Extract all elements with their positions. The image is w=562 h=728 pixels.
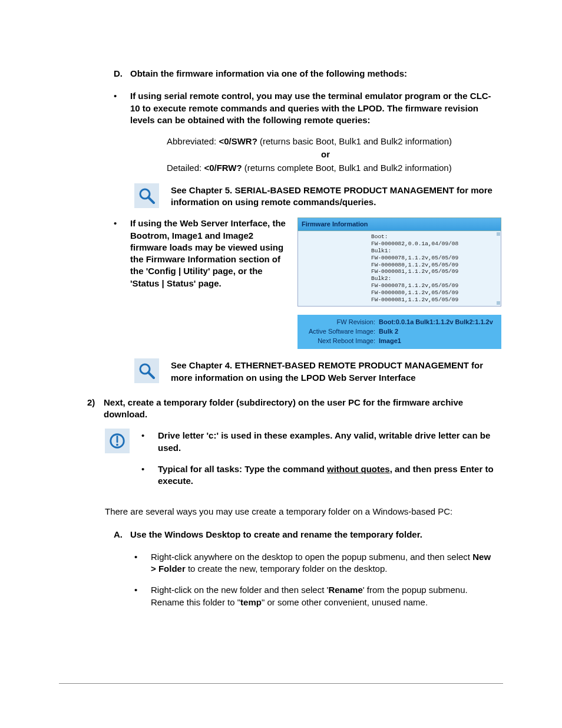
fw-line: FW-0000082,0.0.1a,04/09/08 [371, 241, 498, 248]
bullet-dot-icon [134, 551, 151, 575]
rightclick-rename: Right-click on the new folder and then s… [134, 584, 502, 608]
drive-letter-note-text: Drive letter 'c:' is used in these examp… [158, 430, 502, 454]
detailed-query: Detailed: <0/FRW? (returns complete Boot… [167, 162, 484, 174]
next-reboot-value: Image1 [379, 337, 401, 345]
several-ways-text: There are several ways you may use creat… [105, 506, 502, 518]
magnifier-icon [134, 358, 159, 383]
serial-bullet: If using serial remote control, you may … [114, 90, 502, 126]
fw-line: FW-0000078,1.1.2v,05/05/09 [371, 282, 498, 289]
serial-bullet-text: If using serial remote control, you may … [130, 90, 496, 126]
fw-line: FW-0000078,1.1.2v,05/05/09 [371, 255, 498, 262]
rightclick-rename-text: Right-click on the new folder and then s… [151, 584, 496, 608]
webserver-row: If using the Web Server Interface, the B… [114, 218, 502, 349]
fw-line: FW-0000080,1.1.2v,05/05/09 [371, 289, 498, 297]
chapter4-note: See Chapter 4. ETHERNET-BASED REMOTE PRO… [75, 358, 502, 384]
step-2-text: Next, create a temporary folder (subdire… [104, 397, 502, 421]
rightclick-new-folder: Right-click anywhere on the desktop to o… [134, 551, 502, 575]
exclamation-icon [105, 429, 130, 453]
chapter5-note: See Chapter 5. SERIAL-BASED REMOTE PRODU… [75, 183, 502, 209]
step-2-marker: 2) [87, 397, 104, 421]
typical-note-text: Typical for all tasks: Type the command … [158, 463, 502, 487]
magnifier-icon [134, 183, 159, 208]
webserver-bullet-text: If using the Web Server Interface, the B… [130, 218, 289, 289]
fw-line: FW-0000081,1.1.2v,05/05/09 [371, 268, 498, 275]
section-d-marker: D. [114, 68, 130, 80]
fw-line: Boot: [371, 233, 498, 241]
step2-notes-col: Drive letter 'c:' is used in these examp… [141, 429, 502, 496]
footer-rule [59, 683, 503, 684]
bullet-dot-icon [141, 430, 158, 454]
drive-letter-note: Drive letter 'c:' is used in these examp… [141, 430, 502, 454]
fw-rev-label: FW Revision: [302, 318, 379, 327]
svg-point-6 [116, 444, 118, 446]
section-a2-heading: A. Use the Windows Desktop to create and… [114, 529, 502, 541]
step-2: 2) Next, create a temporary folder (subd… [87, 397, 502, 421]
section-a2-title: Use the Windows Desktop to create and re… [130, 529, 422, 541]
active-image-value: Bulk 2 [379, 327, 398, 336]
or-text: or [167, 149, 484, 160]
typical-note: Typical for all tasks: Type the command … [141, 463, 502, 487]
fw-rev-value: Boot:0.0.1a Bulk1:1.1.2v Bulk2:1.1.2v [379, 318, 493, 327]
bullet-dot-icon [114, 90, 130, 126]
query-block: Abbreviated: <0/SWR? (returns basic Boot… [167, 136, 484, 174]
abbreviated-query: Abbreviated: <0/SWR? (returns basic Boot… [167, 136, 484, 147]
fw-line: Bulk1: [371, 248, 498, 255]
firmware-panel-body: Boot: FW-0000082,0.0.1a,04/09/08 Bulk1: … [297, 231, 501, 307]
svg-line-3 [148, 373, 154, 378]
section-d-heading: D. Obtain the firmware information via o… [114, 68, 502, 80]
active-image-label: Active Software Image: [302, 327, 379, 336]
fw-line: Bulk2: [371, 275, 498, 282]
bullet-dot-icon [114, 218, 130, 349]
svg-line-1 [148, 197, 154, 203]
chapter4-text: See Chapter 4. ETHERNET-BASED REMOTE PRO… [171, 358, 502, 384]
section-d-title: Obtain the firmware information via one … [130, 68, 407, 80]
rightclick-new-folder-text: Right-click anywhere on the desktop to o… [151, 551, 496, 575]
fw-line: FW-0000080,1.1.2v,05/05/09 [371, 262, 498, 269]
section-a2-marker: A. [114, 529, 130, 541]
chapter5-text: See Chapter 5. SERIAL-BASED REMOTE PRODU… [171, 183, 502, 209]
bullet-dot-icon [141, 463, 158, 487]
bullet-dot-icon [134, 584, 151, 608]
fw-line: FW-0000081,1.1.2v,05/05/09 [371, 297, 498, 304]
next-reboot-label: Next Reboot Image: [302, 337, 379, 345]
scrollbar-icon[interactable] [497, 232, 500, 305]
firmware-panel: Firmware Information Boot: FW-0000082,0.… [297, 218, 501, 349]
page: D. Obtain the firmware information via o… [0, 0, 562, 728]
firmware-panel-header: Firmware Information [297, 218, 501, 231]
step2-notes-row: Drive letter 'c:' is used in these examp… [75, 429, 502, 496]
firmware-revision-panel: FW Revision: Boot:0.0.1a Bulk1:1.1.2v Bu… [297, 315, 501, 350]
